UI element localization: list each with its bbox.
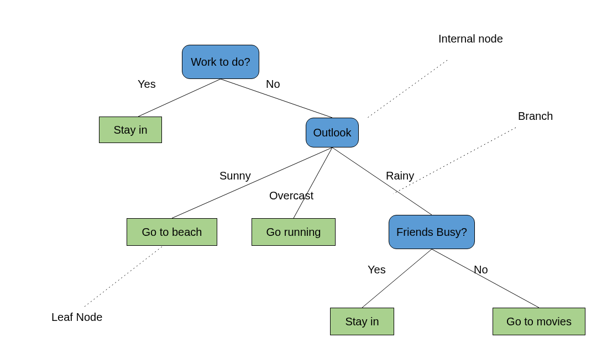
node-label: Work to do?: [191, 56, 250, 68]
node-outlook: Outlook: [306, 118, 359, 147]
svg-line-9: [85, 246, 163, 307]
svg-line-2: [172, 147, 332, 218]
node-friends-busy: Friends Busy?: [389, 215, 475, 249]
edge-label-yes-2: Yes: [368, 263, 386, 276]
node-label: Go to movies: [506, 315, 572, 328]
node-label: Go running: [266, 226, 321, 238]
annotation-internal-node: Internal node: [438, 33, 503, 45]
node-label: Go to beach: [142, 226, 202, 238]
svg-line-7: [368, 60, 447, 118]
edge-label-overcast: Overcast: [269, 189, 313, 202]
leaf-stay-in-1: Stay in: [99, 117, 162, 143]
node-label: Friends Busy?: [396, 226, 467, 238]
edge-label-rainy: Rainy: [386, 170, 414, 182]
leaf-go-to-beach: Go to beach: [127, 218, 217, 246]
edge-label-yes-1: Yes: [138, 78, 156, 91]
svg-line-8: [393, 128, 516, 194]
edge-label-sunny: Sunny: [219, 170, 251, 182]
node-label: Stay in: [113, 124, 147, 136]
edge-label-no-2: No: [474, 263, 488, 276]
svg-line-4: [332, 147, 432, 215]
edge-label-no-1: No: [266, 78, 280, 91]
svg-line-3: [294, 147, 332, 218]
svg-line-5: [362, 249, 432, 308]
annotation-leaf-node: Leaf Node: [51, 311, 102, 324]
node-label: Stay in: [345, 315, 379, 328]
leaf-go-running: Go running: [252, 218, 336, 246]
node-label: Outlook: [313, 126, 352, 139]
leaf-stay-in-2: Stay in: [330, 308, 394, 335]
svg-line-6: [432, 249, 539, 308]
node-work-to-do: Work to do?: [182, 45, 259, 79]
leaf-go-to-movies: Go to movies: [493, 308, 585, 335]
annotation-branch: Branch: [518, 110, 553, 123]
